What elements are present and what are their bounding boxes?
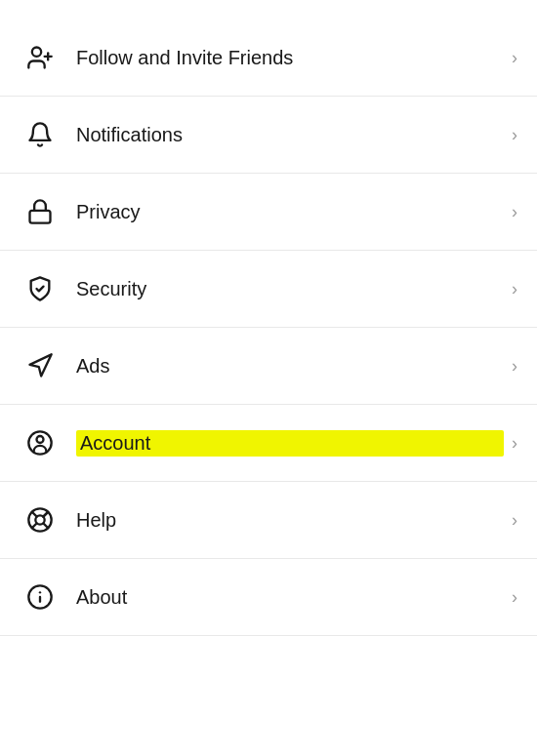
shield-check-icon (20, 268, 61, 309)
chevron-icon: › (512, 356, 517, 377)
menu-item-about[interactable]: About › (0, 559, 537, 636)
menu-item-ads[interactable]: Ads › (0, 328, 537, 405)
svg-point-0 (32, 48, 41, 57)
info-icon (20, 577, 61, 617)
svg-point-5 (37, 436, 44, 443)
chevron-icon: › (512, 510, 517, 531)
chevron-icon: › (512, 279, 517, 299)
svg-line-12 (32, 523, 37, 528)
bell-icon (20, 114, 61, 155)
lifebuoy-icon (20, 499, 61, 540)
menu-label-help: Help (76, 509, 504, 532)
menu-label-privacy: Privacy (76, 201, 504, 223)
settings-menu: Follow and Invite Friends › Notification… (0, 0, 537, 636)
menu-label-follow-invite-friends: Follow and Invite Friends (76, 47, 504, 69)
chevron-icon: › (512, 125, 517, 145)
chevron-icon: › (512, 433, 517, 454)
megaphone-icon (20, 345, 61, 386)
menu-item-privacy[interactable]: Privacy › (0, 174, 537, 251)
menu-item-help[interactable]: Help › (0, 482, 537, 559)
add-friend-icon (20, 37, 61, 78)
menu-item-security[interactable]: Security › (0, 251, 537, 328)
chevron-icon: › (512, 587, 517, 608)
chevron-icon: › (512, 48, 517, 68)
account-circle-icon (20, 422, 61, 463)
menu-item-notifications[interactable]: Notifications › (0, 97, 537, 174)
menu-item-follow-invite-friends[interactable]: Follow and Invite Friends › (0, 20, 537, 97)
menu-label-notifications: Notifications (76, 124, 504, 146)
svg-line-9 (43, 523, 48, 528)
menu-label-ads: Ads (76, 355, 504, 378)
menu-label-about: About (76, 586, 504, 609)
svg-rect-3 (30, 211, 51, 223)
chevron-icon: › (512, 202, 517, 222)
svg-line-8 (32, 512, 37, 517)
lock-icon (20, 191, 61, 232)
menu-label-security: Security (76, 278, 504, 300)
menu-item-account[interactable]: Account › (0, 405, 537, 482)
menu-label-account: Account (76, 430, 504, 457)
svg-line-11 (43, 513, 47, 517)
